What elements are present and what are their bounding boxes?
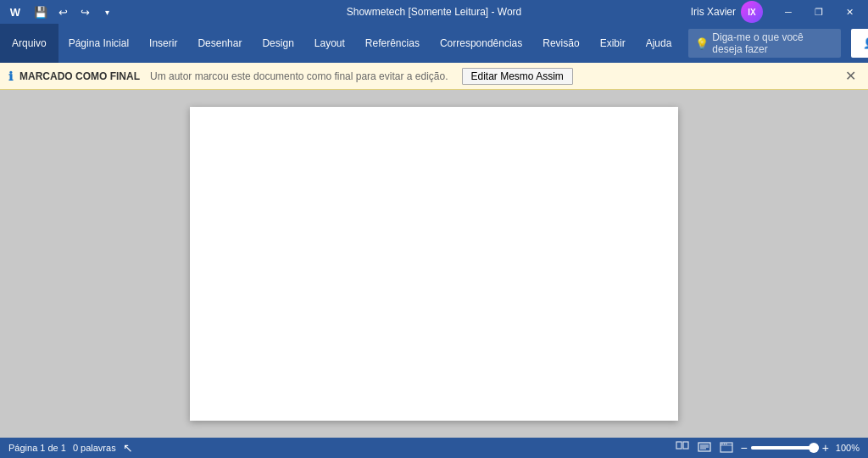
cursor-icon: ↖ bbox=[123, 441, 133, 455]
lightbulb-icon: 💡 bbox=[695, 37, 709, 50]
read-view-icon[interactable] bbox=[696, 439, 713, 456]
web-view-icon[interactable] bbox=[718, 439, 735, 456]
avatar: IX bbox=[741, 1, 763, 23]
info-icon: ℹ bbox=[8, 70, 13, 83]
notification-text: Um autor marcou este documento como fina… bbox=[150, 70, 448, 82]
word-count: 0 palavras bbox=[73, 443, 116, 453]
quick-access-toolbar: 💾 ↩ ↪ ▾ bbox=[31, 2, 117, 22]
zoom-slider-thumb[interactable] bbox=[809, 443, 819, 453]
zoom-plus-button[interactable]: + bbox=[822, 441, 829, 455]
tab-exibir[interactable]: Exibir bbox=[590, 24, 636, 63]
notification-close-button[interactable]: ✕ bbox=[842, 68, 860, 84]
title-bar: W 💾 ↩ ↪ ▾ Showmetech [Somente Leitura] -… bbox=[0, 0, 868, 24]
page-view-icon[interactable] bbox=[674, 439, 691, 456]
svg-rect-0 bbox=[676, 442, 682, 449]
user-name: Iris Xavier bbox=[691, 6, 736, 18]
notification-label: MARCADO COMO FINAL bbox=[19, 70, 140, 82]
tab-design[interactable]: Design bbox=[252, 24, 303, 63]
window-title: Showmetech [Somente Leitura] - Word bbox=[347, 6, 522, 18]
window-controls: Iris Xavier IX ─ ❐ ✕ bbox=[684, 0, 861, 24]
tab-layout[interactable]: Layout bbox=[304, 24, 355, 63]
svg-point-9 bbox=[724, 444, 726, 445]
document-page bbox=[190, 107, 678, 421]
page-info: Página 1 de 1 bbox=[8, 443, 66, 453]
minimize-button[interactable]: ─ bbox=[776, 0, 800, 24]
share-icon: 👤 bbox=[863, 37, 868, 49]
zoom-percent: 100% bbox=[836, 443, 860, 453]
tab-correspondencias[interactable]: Correspondências bbox=[430, 24, 532, 63]
status-bar: Página 1 de 1 0 palavras ↖ bbox=[0, 438, 868, 458]
share-button[interactable]: 👤 Compartilhar bbox=[851, 29, 868, 58]
word-icon: W bbox=[7, 3, 24, 20]
tab-inserir[interactable]: Inserir bbox=[139, 24, 187, 63]
tab-revisao[interactable]: Revisão bbox=[532, 24, 589, 63]
tab-pagina-inicial[interactable]: Página Inicial bbox=[58, 24, 139, 63]
customize-qa-button[interactable]: ▾ bbox=[97, 2, 117, 22]
notification-bar: ℹ MARCADO COMO FINAL Um autor marcou est… bbox=[0, 63, 868, 90]
document-area bbox=[0, 90, 868, 438]
undo-button[interactable]: ↩ bbox=[53, 2, 73, 22]
zoom-slider-track[interactable] bbox=[751, 446, 819, 450]
search-box[interactable]: 💡 Diga-me o que você deseja fazer bbox=[688, 29, 841, 58]
save-button[interactable]: 💾 bbox=[31, 2, 51, 22]
ribbon: Arquivo Página Inicial Inserir Desenhar … bbox=[0, 24, 868, 63]
restore-button[interactable]: ❐ bbox=[807, 0, 831, 24]
tab-ajuda[interactable]: Ajuda bbox=[636, 24, 682, 63]
ribbon-search-area: 💡 Diga-me o que você deseja fazer bbox=[682, 24, 848, 63]
user-profile[interactable]: Iris Xavier IX bbox=[684, 1, 770, 23]
title-bar-left: W 💾 ↩ ↪ ▾ bbox=[7, 2, 117, 22]
svg-point-8 bbox=[722, 444, 724, 445]
tab-referencias[interactable]: Referências bbox=[355, 24, 430, 63]
tab-desenhar[interactable]: Desenhar bbox=[187, 24, 252, 63]
search-placeholder: Diga-me o que você deseja fazer bbox=[712, 31, 834, 55]
redo-button[interactable]: ↪ bbox=[75, 2, 95, 22]
svg-rect-1 bbox=[683, 442, 688, 449]
zoom-minus-button[interactable]: − bbox=[740, 441, 747, 455]
svg-point-10 bbox=[726, 444, 728, 445]
tab-arquivo[interactable]: Arquivo bbox=[0, 24, 58, 63]
zoom-control: − + 100% bbox=[740, 441, 860, 455]
edit-anyway-button[interactable]: Editar Mesmo Assim bbox=[462, 68, 573, 85]
close-button[interactable]: ✕ bbox=[837, 0, 861, 24]
status-bar-right: − + 100% bbox=[674, 439, 860, 456]
